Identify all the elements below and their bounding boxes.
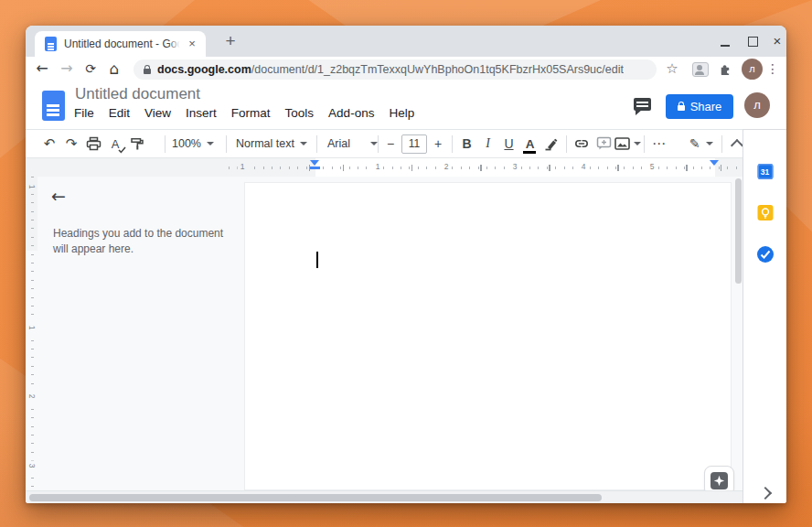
tab-close-button[interactable]: × [185, 37, 199, 51]
toolbar-divider [378, 135, 379, 153]
highlighter-icon [544, 136, 559, 151]
browser-tab[interactable]: Untitled document - Goog × [35, 31, 206, 57]
share-label: Share [690, 100, 722, 113]
window-close-button[interactable]: × [769, 33, 785, 49]
browser-menu-button[interactable]: ⋮ [763, 58, 783, 80]
paragraph-style-select[interactable]: Normal text [236, 130, 307, 157]
document-title[interactable]: Untitled document [75, 85, 200, 103]
spellcheck-button[interactable]: A [104, 133, 126, 155]
menu-tools[interactable]: Tools [285, 106, 315, 120]
forward-button[interactable]: → [57, 58, 77, 80]
highlight-color-button[interactable] [540, 133, 562, 155]
docs-profile-avatar[interactable]: л [744, 92, 770, 118]
menu-help[interactable]: Help [389, 106, 414, 120]
image-icon [614, 137, 630, 150]
lightbulb-icon [759, 207, 771, 220]
maximize-icon [748, 37, 758, 47]
minimize-button[interactable] [717, 33, 733, 49]
ruler-number: 2 [27, 392, 37, 402]
chevron-up-icon [731, 139, 743, 152]
ruler-number: 3 [27, 461, 37, 471]
add-comment-icon [596, 136, 612, 151]
keep-icon[interactable] [757, 205, 773, 220]
insert-link-button[interactable] [571, 133, 593, 155]
left-indent-marker[interactable] [310, 160, 319, 166]
back-button[interactable]: ← [32, 58, 52, 80]
media-extension-glyph [692, 62, 709, 77]
redo-button[interactable]: ↷ [60, 133, 82, 155]
dropdown-arrow-icon [300, 142, 307, 145]
calendar-day-label: 31 [757, 164, 773, 179]
italic-button[interactable]: I [477, 136, 498, 151]
docs-favicon-icon [45, 37, 57, 51]
zoom-select[interactable]: 100% [172, 130, 214, 157]
paint-format-button[interactable] [126, 133, 148, 155]
menu-view[interactable]: View [144, 106, 171, 120]
font-size-input[interactable]: 11 [401, 134, 427, 154]
browser-profile-avatar[interactable]: л [742, 59, 763, 80]
zoom-value: 100% [172, 137, 201, 150]
toolbar-divider [721, 135, 722, 153]
print-button[interactable] [82, 133, 104, 155]
bold-button[interactable]: B [456, 136, 477, 151]
text-color-button[interactable]: A [519, 137, 540, 151]
horizontal-scrollbar-thumb[interactable] [29, 494, 602, 501]
show-side-panel-button[interactable] [761, 489, 770, 498]
outline-hint-text: Headings you add to the document will ap… [53, 226, 227, 258]
ruler-number: 4 [579, 162, 589, 172]
menu-edit[interactable]: Edit [109, 106, 130, 120]
pencil-icon: ✎ [689, 136, 700, 151]
docs-logo-icon[interactable] [42, 91, 65, 121]
right-indent-marker[interactable] [710, 160, 719, 166]
ruler-number: 3 [510, 162, 520, 172]
undo-button[interactable]: ↶ [38, 133, 60, 155]
more-toolbar-button[interactable]: ⋯ [648, 133, 670, 155]
desktop: Untitled document - Goog × + × ← → ⟳ ⌂ d… [0, 0, 812, 527]
paint-roller-icon [130, 136, 144, 151]
editing-mode-select[interactable]: ✎ [689, 130, 713, 157]
media-extension-icon[interactable] [692, 62, 709, 77]
open-comments-button[interactable] [634, 98, 651, 111]
reload-button[interactable]: ⟳ [80, 58, 101, 80]
vertical-scrollbar-thumb[interactable] [735, 178, 742, 284]
toolbar-divider [644, 135, 645, 153]
menu-addons[interactable]: Add-ons [328, 106, 374, 120]
maximize-button[interactable] [744, 33, 761, 49]
document-page[interactable] [244, 182, 732, 490]
url-domain: docs.google.com [157, 63, 251, 76]
home-button[interactable]: ⌂ [104, 58, 124, 80]
decrease-font-size-button[interactable]: − [384, 133, 397, 155]
menu-format[interactable]: Format [231, 106, 271, 120]
insert-image-button[interactable] [614, 133, 641, 155]
horizontal-ruler[interactable]: 1 1 2 3 4 5 [26, 158, 743, 177]
ruler-number: 1 [238, 162, 248, 172]
ruler-number: 1 [373, 162, 383, 172]
tasks-icon[interactable] [757, 246, 774, 263]
first-line-indent-marker[interactable] [310, 167, 320, 169]
calendar-icon[interactable]: 31 [757, 164, 773, 179]
extensions-puzzle-icon[interactable] [718, 61, 732, 81]
font-select[interactable]: Arial [327, 130, 371, 157]
share-button[interactable]: Share [666, 94, 733, 119]
toolbar-divider [452, 135, 453, 153]
vertical-ruler [31, 177, 34, 490]
ruler-number: 1 [27, 323, 37, 333]
style-value: Normal text [236, 137, 294, 150]
minimize-icon [721, 45, 730, 47]
horizontal-scrollbar[interactable] [26, 490, 743, 503]
increase-font-size-button[interactable]: + [432, 133, 444, 155]
share-lock-icon [678, 105, 685, 111]
toolbar-divider [165, 135, 166, 153]
tab-title-fade [168, 33, 183, 55]
insert-comment-button[interactable] [593, 133, 614, 155]
browser-window: Untitled document - Goog × + × ← → ⟳ ⌂ d… [26, 26, 786, 503]
menu-file[interactable]: File [74, 106, 94, 120]
underline-button[interactable]: U [498, 136, 519, 151]
toolbar-divider [226, 135, 227, 153]
ruler-number: 2 [442, 162, 452, 172]
menu-insert[interactable]: Insert [186, 106, 217, 120]
bookmark-star-button[interactable]: ☆ [662, 58, 682, 80]
close-outline-button[interactable]: ← [51, 186, 66, 206]
new-tab-button[interactable]: + [219, 30, 241, 52]
address-bar[interactable]: docs.google.com /document/d/1_z2bqzTmTex… [134, 59, 657, 80]
